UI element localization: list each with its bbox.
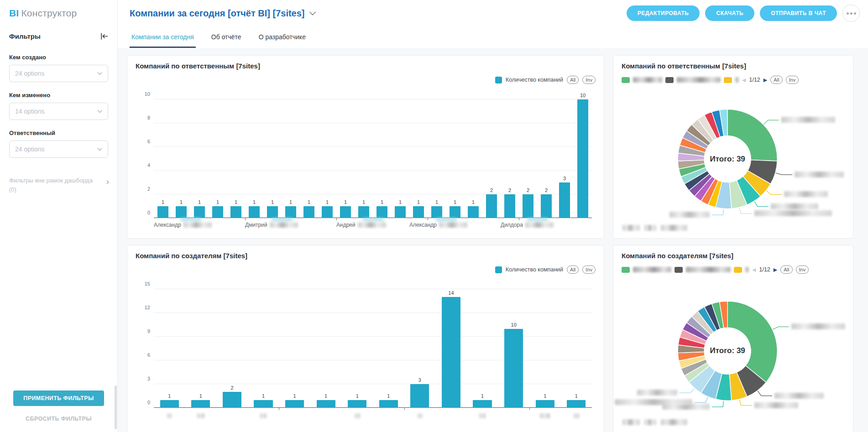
bar[interactable] [541, 194, 552, 218]
bar-value-label: 2 [519, 187, 537, 193]
bar[interactable] [504, 194, 515, 218]
redacted-text [622, 419, 640, 425]
filters-header: Фильтры [0, 32, 117, 40]
bar[interactable] [249, 206, 260, 218]
bar[interactable] [577, 99, 588, 218]
bar[interactable] [230, 206, 241, 218]
x-label-name: Дмитрий [245, 222, 267, 228]
app-logo[interactable]: BIКонструктор [0, 0, 117, 32]
bar-value-label: 1 [263, 199, 282, 205]
callout-leader-line [739, 208, 752, 213]
bar-slot: 1 [467, 289, 498, 408]
created-by-select[interactable]: 24 options [9, 65, 108, 82]
legend-inv-button[interactable]: Inv [786, 76, 799, 84]
donut-slice[interactable] [727, 109, 777, 161]
redacted-surname [358, 222, 386, 228]
bar[interactable] [348, 400, 366, 408]
bar[interactable] [395, 206, 406, 218]
bar-series: 1121111131411011 [154, 289, 592, 408]
bar-slot: 1 [154, 289, 185, 408]
download-button[interactable]: СКАЧАТЬ [705, 5, 754, 21]
legend-inv-button[interactable]: Inv [796, 265, 809, 274]
bar-slot: 10 [498, 289, 529, 408]
bar[interactable] [160, 400, 179, 408]
bar-slot: 1 [355, 99, 373, 218]
bar[interactable] [442, 297, 460, 408]
bar[interactable] [176, 206, 187, 218]
bar[interactable] [212, 206, 223, 218]
edit-button[interactable]: РЕДАКТИРОВАТЬ [627, 5, 700, 21]
bar[interactable] [413, 206, 424, 218]
bar[interactable] [223, 392, 241, 408]
bar[interactable] [317, 400, 335, 408]
redacted-callout-label [784, 191, 828, 197]
donut-slice[interactable] [727, 301, 777, 382]
bar[interactable] [450, 206, 460, 218]
legend-all-button[interactable]: All [567, 76, 579, 84]
report-title-dropdown[interactable]: Компании за сегодня [отчёт BI] [7sites] [130, 8, 627, 19]
redacted-text [661, 419, 687, 425]
bar[interactable] [267, 206, 278, 218]
send-to-chat-button[interactable]: ОТПРАВИТЬ В ЧАТ [760, 5, 837, 21]
bar-value-label: 1 [467, 393, 498, 399]
legend-all-button[interactable]: All [567, 265, 579, 274]
redacted-text [661, 225, 687, 231]
chart-title: Компаний по ответственным [7sites] [622, 62, 845, 70]
bar[interactable] [431, 206, 442, 218]
legend-all-button[interactable]: All [780, 265, 792, 274]
bar[interactable] [468, 206, 479, 218]
bar-value-label: 1 [282, 199, 300, 205]
bar[interactable] [379, 400, 398, 408]
legend-next-page-icon[interactable]: ▶ [774, 267, 777, 273]
bar[interactable] [322, 206, 333, 218]
legend-all-button[interactable]: All [770, 76, 782, 84]
bar[interactable] [358, 206, 369, 218]
bar[interactable] [194, 206, 205, 218]
more-options-button[interactable] [842, 5, 860, 22]
bar[interactable] [523, 194, 533, 218]
legend-prev-page-icon[interactable]: ◀ [752, 267, 756, 273]
bar[interactable] [340, 206, 351, 218]
sidebar: BIКонструктор Фильтры Кем создано 24 opt… [0, 0, 118, 432]
bar[interactable] [285, 400, 304, 408]
bar-slot: 1 [282, 99, 300, 218]
bar[interactable] [157, 206, 168, 218]
redacted-text [622, 225, 640, 231]
tab-companies-today[interactable]: Компании за сегодня [130, 33, 196, 48]
tab-about-report[interactable]: Об отчёте [209, 33, 243, 48]
filters-title: Фильтры [9, 32, 41, 40]
outer-dashboard-filters[interactable]: Фильтры вне рамок дашборда (0) › [0, 176, 117, 194]
legend-prev-page-icon[interactable]: ◀ [742, 77, 746, 83]
collapse-sidebar-icon[interactable] [100, 33, 108, 40]
legend-inv-button[interactable]: Inv [582, 76, 596, 84]
redacted-x-tick [574, 413, 579, 418]
bar[interactable] [559, 182, 570, 218]
bar[interactable] [486, 194, 497, 218]
bar[interactable] [191, 400, 210, 408]
y-axis-tick-label: 8 [136, 115, 150, 120]
card-donut-responsible: Компаний по ответственным [7sites] ◀ 1/1… [613, 55, 853, 239]
tab-about-developer[interactable]: О разработчике [257, 33, 308, 48]
x-label-name: Андрей [336, 222, 356, 228]
apply-filters-button[interactable]: ПРИМЕНИТЬ ФИЛЬТРЫ [13, 390, 104, 406]
modified-by-select[interactable]: 14 options [9, 103, 108, 120]
bar[interactable] [285, 206, 296, 218]
bar[interactable] [567, 400, 586, 408]
bar-slot: 1 [446, 99, 464, 218]
bar[interactable] [254, 400, 272, 408]
bar[interactable] [504, 329, 523, 408]
bar-value-label: 1 [561, 393, 592, 399]
page-title: Компании за сегодня [отчёт BI] [7sites] [130, 8, 305, 19]
redacted-callout-label [771, 203, 818, 209]
bar[interactable] [303, 206, 314, 218]
legend-inv-button[interactable]: Inv [582, 265, 596, 274]
bar[interactable] [473, 400, 492, 408]
legend-next-page-icon[interactable]: ▶ [763, 77, 767, 83]
bar[interactable] [376, 206, 387, 218]
sidebar-scrollbar[interactable] [115, 385, 117, 429]
bar[interactable] [410, 384, 429, 408]
outer-filters-count: (0) [9, 186, 16, 193]
responsible-select[interactable]: 24 options [9, 141, 108, 158]
reset-filters-button[interactable]: СБРОСИТЬ ФИЛЬТРЫ [26, 416, 92, 422]
bar[interactable] [536, 400, 554, 408]
